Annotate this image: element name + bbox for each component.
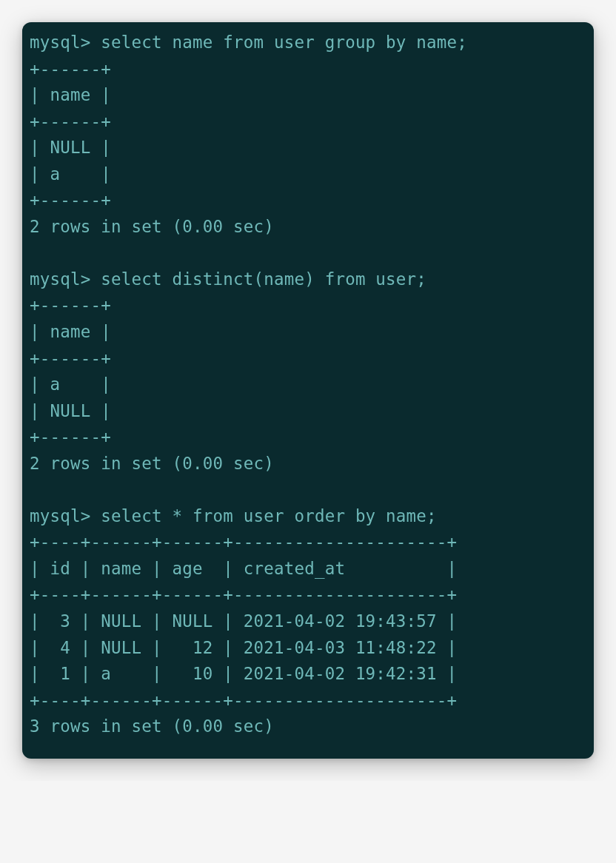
terminal-output: mysql> select name from user group by na… [30, 30, 586, 740]
terminal-window: mysql> select name from user group by na… [22, 22, 594, 759]
